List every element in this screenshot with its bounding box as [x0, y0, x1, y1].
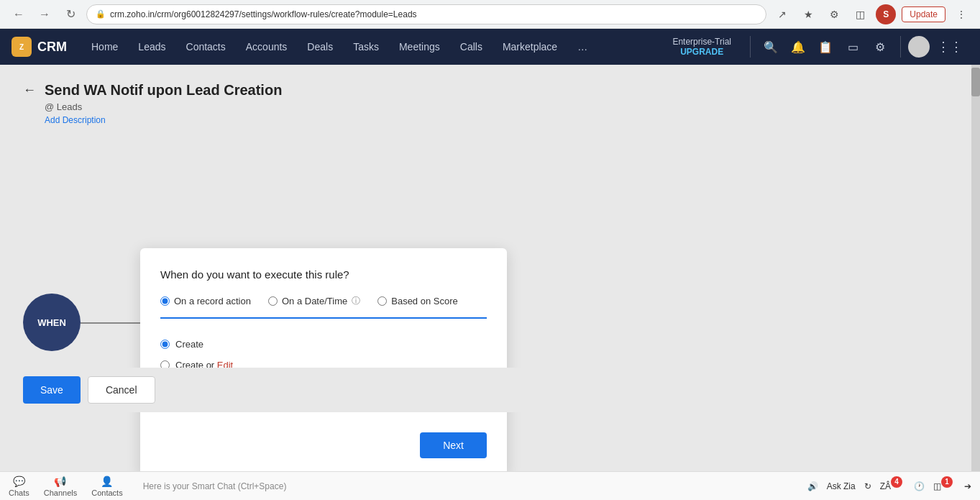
- option-date-time[interactable]: On a Date/Time ⓘ: [268, 295, 360, 307]
- option-date-time-label: On a Date/Time: [282, 296, 347, 306]
- lock-icon: 🔒: [96, 9, 106, 19]
- execute-rule-dialog: When do you want to execute this rule? O…: [140, 248, 507, 476]
- contacts-icon: 👤: [101, 476, 113, 487]
- option-score[interactable]: Based on Score: [377, 296, 458, 306]
- forward-button[interactable]: →: [35, 4, 55, 24]
- update-button[interactable]: Update: [902, 6, 945, 22]
- search-icon[interactable]: 🔍: [758, 34, 784, 60]
- dialog-question: When do you want to execute this rule?: [160, 268, 487, 281]
- nav-contacts[interactable]: Contacts: [176, 29, 236, 65]
- nav-meetings[interactable]: Meetings: [389, 29, 450, 65]
- back-button[interactable]: ←: [9, 4, 29, 24]
- url-text: crm.zoho.in/crm/org60012824297/settings/…: [110, 9, 417, 19]
- nav-divider-2: [900, 36, 901, 58]
- star-icon[interactable]: ★: [798, 4, 818, 24]
- badge-1: 1: [941, 476, 953, 488]
- suboption-create-label: Create: [175, 339, 203, 350]
- channels-label: Channels: [44, 488, 77, 497]
- chat-input-placeholder[interactable]: Here is your Smart Chat (Ctrl+Space): [137, 478, 793, 494]
- back-page-button[interactable]: ←: [23, 83, 36, 98]
- next-button[interactable]: Next: [420, 432, 487, 458]
- nav-more[interactable]: …: [567, 29, 597, 65]
- page-subtitle: @ Leads: [45, 101, 957, 112]
- enterprise-label: Enterprise-Trial UPGRADE: [672, 37, 731, 57]
- nav-marketplace[interactable]: Marketplace: [493, 29, 567, 65]
- nav-home[interactable]: Home: [81, 29, 128, 65]
- add-description-link[interactable]: Add Description: [45, 115, 957, 125]
- settings-icon[interactable]: ⚙: [867, 34, 893, 60]
- refresh-button[interactable]: ↻: [60, 4, 81, 24]
- option-score-label: Based on Score: [391, 296, 458, 306]
- apps-grid-icon[interactable]: ⋮⋮: [931, 36, 968, 58]
- radio-score[interactable]: [377, 296, 387, 306]
- nav-calls[interactable]: Calls: [450, 29, 493, 65]
- page-content: ← Send WA Notif upon Lead Creation @ Lea…: [0, 65, 980, 441]
- extensions-icon[interactable]: ⚙: [824, 4, 844, 24]
- chat-tab-chats[interactable]: 💬 Chats: [9, 476, 29, 497]
- page-title-row: ← Send WA Notif upon Lead Creation: [23, 82, 957, 99]
- refresh-icon[interactable]: ↻: [864, 481, 871, 491]
- radio-date-time[interactable]: [268, 296, 278, 306]
- badge-4: 4: [891, 476, 902, 488]
- tab-icon[interactable]: ◫: [850, 4, 870, 24]
- logo-icon: Z: [12, 37, 32, 57]
- arrow-icon[interactable]: ➔: [964, 481, 971, 491]
- screen2-icon[interactable]: ◫ 1: [933, 481, 956, 492]
- scrollbar-thumb[interactable]: [971, 68, 980, 96]
- dialog-footer: Next: [160, 427, 487, 458]
- bottom-right-actions: 🔊 Ask Zia ↻ ZÂ 4 🕐 ◫ 1 ➔: [807, 481, 971, 492]
- clock-icon[interactable]: 🕐: [914, 481, 925, 491]
- save-button[interactable]: Save: [23, 376, 81, 404]
- user-avatar[interactable]: [908, 36, 930, 58]
- nav-leads[interactable]: Leads: [128, 29, 175, 65]
- bottom-action-bar: Save Cancel: [0, 368, 980, 412]
- chats-icon: 💬: [13, 476, 25, 487]
- chat-tab-contacts[interactable]: 👤 Contacts: [91, 476, 122, 497]
- option-record-action[interactable]: On a record action: [160, 296, 251, 306]
- scrollbar[interactable]: [971, 65, 980, 471]
- profile-avatar[interactable]: S: [876, 4, 896, 24]
- nav-deals[interactable]: Deals: [297, 29, 343, 65]
- info-icon[interactable]: ⓘ: [352, 295, 360, 307]
- screen-icon[interactable]: ▭: [840, 34, 866, 60]
- bottom-chat-bar: 💬 Chats 📢 Channels 👤 Contacts Here is yo…: [0, 471, 980, 500]
- when-node[interactable]: WHEN: [23, 294, 81, 351]
- logo-text: CRM: [37, 40, 67, 55]
- share-icon[interactable]: ↗: [772, 4, 792, 24]
- contacts-label: Contacts: [91, 488, 122, 497]
- crm-logo[interactable]: Z CRM: [12, 37, 67, 57]
- menu-icon[interactable]: ⋮: [951, 4, 971, 24]
- compose-icon[interactable]: 📋: [812, 34, 838, 60]
- radio-record-action[interactable]: [160, 296, 170, 306]
- cancel-button[interactable]: Cancel: [88, 376, 155, 404]
- speaker-icon[interactable]: 🔊: [807, 481, 818, 491]
- option-record-action-label: On a record action: [174, 296, 251, 306]
- radio-create[interactable]: [160, 340, 170, 349]
- zia-icon[interactable]: ZÂ 4: [880, 481, 905, 492]
- url-bar[interactable]: 🔒 crm.zoho.in/crm/org60012824297/setting…: [86, 4, 766, 24]
- page-header: ← Send WA Notif upon Lead Creation @ Lea…: [23, 82, 957, 125]
- notification-icon[interactable]: 🔔: [785, 34, 811, 60]
- browser-bar: ← → ↻ 🔒 crm.zoho.in/crm/org60012824297/s…: [0, 0, 980, 29]
- page-title: Send WA Notif upon Lead Creation: [45, 82, 282, 99]
- chat-tab-channels[interactable]: 📢 Channels: [44, 476, 77, 497]
- nav-divider: [750, 36, 751, 58]
- upgrade-link[interactable]: UPGRADE: [672, 47, 731, 57]
- top-nav: Z CRM Home Leads Contacts Accounts Deals…: [0, 29, 980, 65]
- nav-tasks[interactable]: Tasks: [343, 29, 389, 65]
- dialog-options: On a record action On a Date/Time ⓘ Base…: [160, 295, 487, 319]
- browser-actions: ↗ ★ ⚙ ◫ S Update ⋮: [772, 4, 971, 24]
- channels-icon: 📢: [54, 476, 66, 487]
- ask-zia-label: Ask Zia: [827, 481, 856, 491]
- ask-zia-button[interactable]: Ask Zia: [827, 481, 856, 491]
- suboption-create[interactable]: Create: [160, 339, 487, 350]
- chats-label: Chats: [9, 488, 29, 497]
- nav-accounts[interactable]: Accounts: [236, 29, 298, 65]
- nav-right: Enterprise-Trial UPGRADE 🔍 🔔 📋 ▭ ⚙ ⋮⋮: [672, 34, 968, 60]
